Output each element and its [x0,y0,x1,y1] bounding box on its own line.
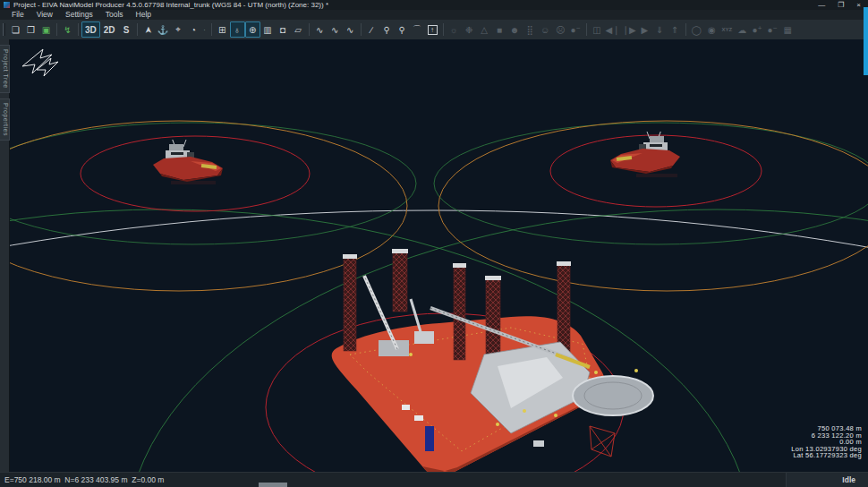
view-s-button[interactable]: S [119,21,134,38]
statusbar: E=750 218.00 m N=6 233 403.95 m Z=0.00 m… [0,472,868,487]
record-button[interactable]: ◯ [689,21,704,38]
palette-icon: ❉ [465,25,472,35]
minimize-button[interactable]: — [818,0,825,10]
vessel-view-button[interactable]: ⚓ [156,21,171,38]
globe-button[interactable]: ⊕ [245,21,260,38]
profile-wave-icon: ∿ [331,25,338,35]
surface-button[interactable]: ■ [492,21,507,38]
waypoint-button[interactable]: ⚲ [379,21,395,38]
new-document-icon: ❏ [12,25,20,35]
cursor-position-readout: E=750 218.00 m N=6 233 403.95 m Z=0.00 m [0,475,164,484]
step-back-button[interactable]: ◀❘ [605,21,621,38]
wtiv-vessel[interactable] [332,249,653,472]
save-project-button[interactable]: ▣ [38,21,54,38]
tug-vessel-left[interactable] [153,138,223,182]
polyline-icon: ⌒ [413,23,421,36]
toolbar-separator [361,23,362,36]
menu-tools[interactable]: Tools [99,10,130,20]
globe-grid-icon: ⊕ [249,25,256,35]
window-controls: —❐× [818,0,864,10]
view-3d-button[interactable]: 3D [81,21,100,38]
smiley-a-button[interactable]: ☺ [538,21,553,38]
profile-b-button[interactable]: ∿ [328,21,343,38]
menu-help[interactable]: Help [130,10,157,20]
point-minus-button[interactable]: ●⁻ [568,21,583,38]
export-button[interactable]: ⇑ [668,21,683,38]
arrows-down-icon: ⇓ [656,25,663,35]
spheres-icon: ◔ [191,25,196,35]
toolbar-separator [137,23,138,36]
viewport-3d[interactable]: 750 073.48 m6 233 122.20 m0.00 mLon 13.0… [10,39,868,472]
play-button[interactable]: ▶ [637,21,652,38]
dock-strip: Project TreeProperties [0,39,10,472]
profile-wave-icon: ∿ [316,25,323,35]
toolbar-separator [309,23,310,36]
profile-c-button[interactable]: ∿ [343,21,358,38]
dock-tab-project-tree[interactable]: Project Tree [0,45,10,93]
cloud-button[interactable]: ☁ [735,21,750,38]
view-2d-button[interactable]: 2D [100,21,119,38]
export-view-button[interactable]: ↑ [425,21,440,38]
tug-vessel-right[interactable] [610,130,680,174]
smiley-sad-icon: ☹ [556,25,565,35]
waypoint-add-button[interactable]: ⚲ [395,21,410,38]
route-button[interactable]: ⌒ [410,21,425,38]
dot-minus-icon: ●⁻ [570,25,580,35]
orbit-view-button[interactable]: ⌖ [171,21,186,38]
world-map-button[interactable]: ♁ [230,21,245,38]
menu-view[interactable]: View [30,10,59,20]
ghost-button[interactable]: ☻ [507,21,523,38]
moonpool-blue [425,426,434,451]
view-orientation-gizmo[interactable] [22,49,58,76]
toolbar-separator [78,23,79,36]
screenshot-button[interactable]: ◘ [276,21,291,38]
stop-circle-icon: ◉ [708,25,716,35]
ruler-icon: ▱ [294,25,302,35]
point-cloud-button[interactable]: ⣿ [523,21,538,38]
draw-line-button[interactable]: ∕ [364,21,379,38]
movie-button[interactable]: ▦ [780,21,796,38]
sun-icon: ☼ [450,25,458,35]
smiley-b-button[interactable]: ☹ [553,21,568,38]
point-add-button[interactable]: ●⁺ [750,21,765,38]
lighting-button[interactable]: ☼ [447,21,462,38]
stop-button[interactable]: ◉ [704,21,719,38]
measure-button[interactable]: ▱ [291,21,306,38]
xyz-export-button[interactable]: XYZ [719,21,735,38]
view-2d-label: 2D [104,25,115,35]
status-state-label: Idle [842,475,855,484]
cloud-icon: ☁ [737,25,746,35]
grid-button[interactable]: ⊞ [215,21,230,38]
record-circle-icon: ◯ [692,25,702,35]
restore-button[interactable]: ❐ [838,0,844,10]
menu-file[interactable]: File [5,10,30,20]
navimodel-window: Project - EIVA NaviModel Producer 4.5.0.… [0,0,868,487]
close-button[interactable]: × [856,0,861,10]
replay-button[interactable]: ◫ [590,21,605,38]
beacon-button[interactable]: △ [477,21,492,38]
step-forward-button[interactable]: ❘▶ [621,21,637,38]
vessel-icon: ⚓ [157,25,168,35]
square-icon: ■ [497,25,502,35]
profile-a-button[interactable]: ∿ [312,21,328,38]
wire-sphere-icon: ⌖ [175,24,181,35]
new-project-button[interactable]: ❏ [8,21,23,38]
dock-tab-properties[interactable]: Properties [0,98,10,141]
box-arrow-icon: ↑ [428,25,438,35]
connect-button[interactable]: ↯ [60,21,75,38]
toolbar-separator [211,23,212,36]
spheres-dropdown[interactable]: · [201,21,208,38]
film-icon: ▦ [784,25,792,35]
palette-button[interactable]: ❉ [462,21,477,38]
helideck [573,376,653,415]
point-remove-button[interactable]: ●⁻ [765,21,780,38]
reflections [171,174,677,184]
open-project-button[interactable]: ❐ [23,21,38,38]
north-arrow-button[interactable]: ➤ [140,21,156,38]
grid-icon: ⊞ [218,25,226,35]
spheres-button[interactable]: ◔ [186,21,201,38]
menu-settings[interactable]: Settings [59,10,99,20]
map-view-button[interactable]: ▥ [260,21,276,38]
import-button[interactable]: ⇓ [652,21,668,38]
xyz-icon: XYZ [721,27,732,32]
